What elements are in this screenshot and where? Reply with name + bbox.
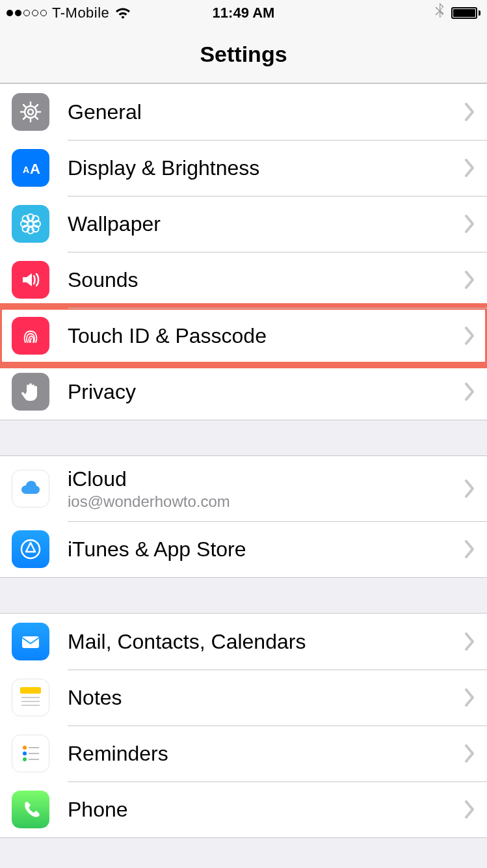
row-label: Wallpaper bbox=[68, 212, 464, 236]
row-display[interactable]: AA Display & Brightness bbox=[0, 140, 487, 196]
row-label: Notes bbox=[68, 686, 464, 710]
row-privacy[interactable]: Privacy bbox=[0, 364, 487, 420]
group-spacer bbox=[0, 578, 487, 613]
cloud-icon bbox=[12, 470, 49, 508]
mail-icon bbox=[12, 623, 49, 660]
speaker-icon bbox=[12, 261, 49, 299]
svg-point-21 bbox=[23, 752, 27, 755]
svg-rect-14 bbox=[22, 636, 39, 648]
page-title: Settings bbox=[200, 42, 287, 67]
settings-group: Mail, Contacts, Calendars Notes Reminder… bbox=[0, 613, 487, 838]
chevron-right-icon bbox=[464, 159, 475, 177]
clock: 11:49 AM bbox=[0, 5, 487, 21]
svg-text:A: A bbox=[23, 165, 29, 175]
notes-icon bbox=[12, 679, 49, 716]
row-label: iTunes & App Store bbox=[68, 537, 464, 562]
row-label: General bbox=[68, 100, 464, 124]
row-phone[interactable]: Phone bbox=[0, 781, 487, 837]
row-icloud[interactable]: iCloud ios@wonderhowto.com bbox=[0, 456, 487, 521]
chevron-right-icon bbox=[464, 632, 475, 651]
row-notes[interactable]: Notes bbox=[0, 670, 487, 726]
row-label: Touch ID & Passcode bbox=[68, 324, 464, 348]
chevron-right-icon bbox=[464, 540, 475, 558]
phone-icon bbox=[12, 791, 49, 828]
row-label: Mail, Contacts, Calendars bbox=[68, 630, 464, 654]
row-label: Display & Brightness bbox=[68, 156, 464, 180]
row-touchid[interactable]: Touch ID & Passcode bbox=[0, 308, 487, 364]
svg-point-4 bbox=[28, 221, 33, 226]
fingerprint-icon bbox=[12, 317, 49, 355]
battery-icon bbox=[451, 7, 480, 19]
row-label: Privacy bbox=[68, 380, 464, 404]
row-wallpaper[interactable]: Wallpaper bbox=[0, 196, 487, 252]
row-text: iCloud ios@wonderhowto.com bbox=[68, 467, 464, 511]
flower-icon bbox=[12, 205, 49, 243]
chevron-right-icon bbox=[464, 103, 475, 121]
hand-icon bbox=[12, 373, 49, 411]
row-subtitle: ios@wonderhowto.com bbox=[68, 493, 464, 511]
svg-rect-15 bbox=[20, 687, 41, 694]
svg-point-1 bbox=[28, 109, 33, 115]
row-sounds[interactable]: Sounds bbox=[0, 252, 487, 308]
row-general[interactable]: General bbox=[0, 84, 487, 140]
text-size-icon: AA bbox=[12, 149, 49, 187]
settings-group: General AA Display & Brightness Wallpape… bbox=[0, 83, 487, 420]
chevron-right-icon bbox=[464, 327, 475, 345]
chevron-right-icon bbox=[464, 215, 475, 233]
chevron-right-icon bbox=[464, 688, 475, 707]
gear-icon bbox=[12, 93, 49, 131]
chevron-right-icon bbox=[464, 800, 475, 819]
chevron-right-icon bbox=[464, 383, 475, 401]
svg-text:A: A bbox=[30, 161, 40, 177]
row-reminders[interactable]: Reminders bbox=[0, 726, 487, 781]
chevron-right-icon bbox=[464, 744, 475, 763]
reminders-icon bbox=[12, 735, 49, 772]
svg-point-0 bbox=[25, 106, 36, 118]
chevron-right-icon bbox=[464, 271, 475, 289]
row-mail[interactable]: Mail, Contacts, Calendars bbox=[0, 614, 487, 670]
row-label: Sounds bbox=[68, 268, 464, 292]
settings-list: General AA Display & Brightness Wallpape… bbox=[0, 83, 487, 838]
svg-point-20 bbox=[23, 746, 27, 750]
group-spacer bbox=[0, 420, 487, 455]
settings-group: iCloud ios@wonderhowto.com iTunes & App … bbox=[0, 455, 487, 578]
row-itunes[interactable]: iTunes & App Store bbox=[0, 521, 487, 577]
chevron-right-icon bbox=[464, 480, 475, 498]
appstore-icon bbox=[12, 530, 49, 568]
svg-point-22 bbox=[23, 757, 27, 761]
row-label: Reminders bbox=[68, 742, 464, 766]
row-label: iCloud bbox=[68, 467, 464, 491]
nav-header: Settings bbox=[0, 26, 487, 83]
row-label: Phone bbox=[68, 798, 464, 822]
status-bar: T-Mobile 11:49 AM bbox=[0, 0, 487, 26]
